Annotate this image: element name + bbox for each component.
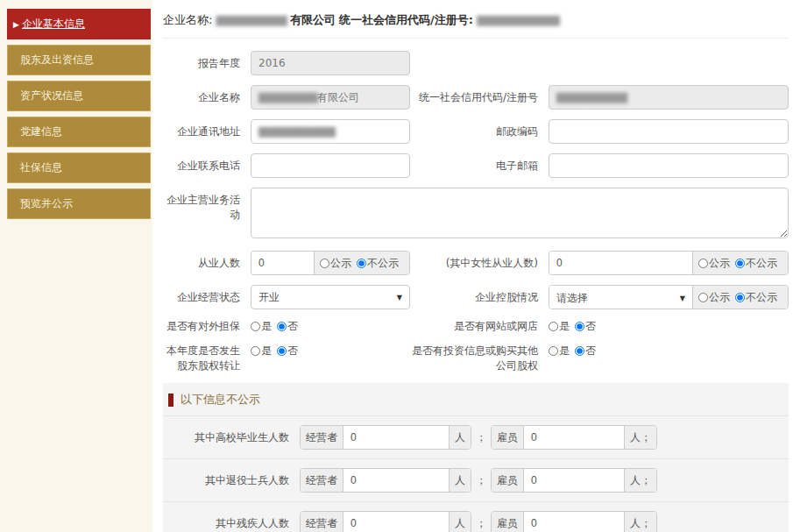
invest-no-option[interactable]: 否 [575,344,596,358]
postcode-input[interactable] [549,119,789,144]
business-textarea[interactable] [251,188,789,238]
company-name-value-redacted: ██████████ [258,93,317,103]
graduates-employee-group: 雇员 人； [491,425,657,450]
transfer-no-option[interactable]: 否 [277,344,298,358]
graduates-operator-input[interactable] [343,426,449,449]
unit-addon: 人 [449,426,471,449]
sidebar-item-social-security[interactable]: 社保信息 [7,153,151,183]
guarantee-yes-radio[interactable] [251,322,260,331]
employee-addon: 雇员 [492,426,524,449]
status-selected-value: 开业 [258,290,280,305]
sidebar-item-preview-publish[interactable]: 预览并公示 [7,188,151,219]
invest-yes-option[interactable]: 是 [549,344,570,358]
disabled-employee-input[interactable] [524,512,624,532]
sidebar-item-label: 资产状况信息 [20,89,83,102]
transfer-yes-radio[interactable] [251,346,260,356]
disabled-operator-input[interactable] [343,512,449,532]
separator: ； [471,516,491,531]
phone-input[interactable] [251,153,410,178]
status-label: 企业经营状态 [163,290,251,305]
sidebar-item-label: 企业基本信息 [22,18,85,30]
guarantee-yes-option[interactable]: 是 [251,319,272,334]
status-select[interactable]: 开业 ▼ [251,285,410,309]
operator-addon: 经营者 [301,469,343,492]
holding-publicity-addon: 公示 不公示 [692,286,788,309]
disabled-label: 其中残疾人人数 [170,516,300,531]
holding-select[interactable]: 请选择 ▼ [549,286,692,309]
holding-group: 请选择 ▼ 公示 不公示 [549,285,789,309]
invest-radios: 是 否 [549,344,789,358]
female-public-radio[interactable] [698,259,708,268]
section-header: 以下信息不公示 [163,383,789,415]
veterans-employee-group: 雇员 人； [491,468,657,493]
company-name-suffix: 有限公司 [290,13,336,26]
operator-addon: 经营者 [301,426,343,449]
no-label: 否 [585,319,596,334]
holding-not-public-radio[interactable] [735,293,745,302]
staff-public-radio[interactable] [320,259,329,268]
female-not-public-radio[interactable] [735,259,745,268]
website-no-option[interactable]: 否 [575,319,596,334]
chevron-down-icon: ▼ [680,294,685,302]
staff-input[interactable] [251,252,314,274]
sidebar-item-label: 党建信息 [20,125,62,138]
postcode-label: 邮政编码 [410,124,549,139]
report-year-input [251,51,410,75]
invest-label: 是否有投资信息或购买其他公司股权 [410,344,549,373]
female-public-option[interactable]: 公示 [698,256,730,271]
staff-public-option[interactable]: 公示 [320,256,351,271]
guarantee-no-radio[interactable] [277,322,287,331]
credit-code-label: 统一社会信用代码/注册号: [339,13,473,26]
veterans-operator-input[interactable] [343,469,449,492]
female-staff-input-group: 公示 不公示 [549,251,789,275]
row-company-name: 企业名称 ██████████ 有限公司 统一社会信用代码/注册号 ██████… [163,85,789,110]
website-label: 是否有网站或网店 [410,319,549,334]
section-row-disabled: 其中残疾人人数 经营者 人 ； 雇员 人； [163,501,789,532]
sidebar-item-assets[interactable]: 资产状况信息 [7,81,151,111]
sidebar: ▶企业基本信息 股东及出资信息 资产状况信息 党建信息 社保信息 预览并公示 [0,0,152,532]
company-name-value-suffix: 有限公司 [317,90,359,105]
website-yes-radio[interactable] [549,322,558,331]
veterans-operator-group: 经营者 人 [300,468,471,493]
active-arrow-icon: ▶ [13,20,19,29]
public-label: 公示 [330,256,351,271]
company-name-input: ██████████ 有限公司 [251,85,410,110]
graduates-employee-input[interactable] [524,426,624,449]
yes-label: 是 [261,319,272,334]
transfer-no-radio[interactable] [277,346,287,356]
holding-not-public-option[interactable]: 不公示 [735,290,777,305]
sidebar-item-shareholders[interactable]: 股东及出资信息 [7,45,151,75]
row-operating-status: 企业经营状态 开业 ▼ 企业控股情况 请选择 ▼ 公示 不公示 [163,285,789,309]
website-no-radio[interactable] [575,322,584,331]
sidebar-item-party-building[interactable]: 党建信息 [7,117,151,147]
row-report-year: 报告年度 [163,51,789,75]
transfer-label: 本年度是否发生股东股权转让 [163,344,251,373]
email-input[interactable] [549,153,789,178]
public-label: 公示 [709,256,730,271]
disabled-operator-group: 经营者 人 [300,511,471,532]
staff-not-public-option[interactable]: 不公示 [357,256,399,271]
transfer-yes-option[interactable]: 是 [251,344,272,358]
separator: ； [471,430,491,445]
yes-label: 是 [559,344,570,358]
veterans-employee-input[interactable] [524,469,624,492]
separator: ； [471,473,491,488]
company-name-redacted: ████████████ [216,16,287,25]
website-yes-option[interactable]: 是 [549,319,570,334]
holding-public-option[interactable]: 公示 [698,290,730,305]
holding-public-radio[interactable] [698,293,708,302]
guarantee-no-option[interactable]: 否 [277,319,298,334]
invest-no-radio[interactable] [575,346,584,356]
staff-publicity-addon: 公示 不公示 [314,252,409,274]
holding-selected-value: 请选择 [556,291,588,306]
staff-not-public-radio[interactable] [357,259,366,268]
email-label: 电子邮箱 [410,159,549,174]
female-not-public-option[interactable]: 不公示 [735,256,777,271]
unit-end-addon: 人； [624,512,656,532]
female-staff-input[interactable] [549,252,692,274]
invest-yes-radio[interactable] [549,346,558,356]
sidebar-item-basic-info[interactable]: ▶企业基本信息 [7,9,151,39]
address-input[interactable]: █████████████ [251,119,410,144]
sidebar-item-label: 社保信息 [20,161,62,174]
yes-label: 是 [261,344,272,358]
